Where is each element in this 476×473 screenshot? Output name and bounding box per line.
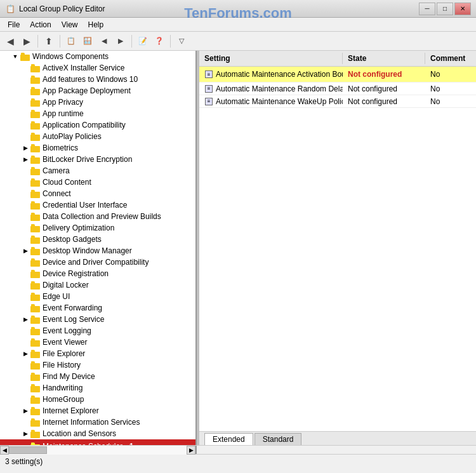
tree-item-iis[interactable]: Internet Information Services [0,416,195,428]
toolbar-separator-2 [60,35,60,48]
setting-text-1: Automatic Maintenance Activation Boundar… [216,70,343,79]
tree-item-eventviewer[interactable]: Event Viewer [0,336,195,348]
hscroll-track[interactable] [9,446,187,455]
tree-item-eventlogging[interactable]: Event Logging [0,325,195,336]
title-bar-text: Local Group Policy Editor [19,4,419,13]
up-button[interactable]: ⬆ [41,34,56,49]
setting-text-3: Automatic Maintenance WakeUp Policy [216,97,343,106]
tree-item-locationsensors[interactable]: ▶ Location and Sensors [0,428,195,439]
tree-item-devicedriver[interactable]: Device and Driver Compatibility [0,256,195,268]
folder-icon-14 [30,213,41,221]
expand-ie[interactable]: ▶ [20,406,30,416]
tree-item-addfeatures[interactable]: Add features to Windows 10 [0,74,195,85]
menu-view[interactable]: View [56,19,83,30]
tree-item-handwriting[interactable]: Handwriting [0,382,195,394]
tree-item-camera[interactable]: Camera [0,165,195,177]
menu-file[interactable]: File [3,19,25,30]
main-content: ▼ Windows Components ActiveX Installer S… [0,51,476,445]
tree-item-appcompat[interactable]: Application Compatibility [0,119,195,131]
tab-extended[interactable]: Extended [204,433,253,445]
tab-standard[interactable]: Standard [255,433,302,445]
label-apppackage: App Package Deployment [43,86,131,95]
tree-item-datacollection[interactable]: Data Collection and Preview Builds [0,211,195,222]
folder-icon-29 [30,384,41,392]
folder-icon-9 [30,156,41,164]
menu-help[interactable]: Help [83,19,109,30]
menu-bar: File Action View Help [0,18,476,32]
col-setting[interactable]: Setting [199,53,343,64]
tree-item-activex[interactable]: ActiveX Installer Service [0,62,195,74]
label-activex: ActiveX Installer Service [43,63,124,72]
hscroll-thumb[interactable] [9,446,47,454]
expand-eventlog[interactable]: ▶ [20,314,30,324]
minimize-button[interactable]: ─ [419,3,435,15]
expand-fileexplorer[interactable]: ▶ [20,349,30,359]
forward-button[interactable]: ▶ [19,34,34,49]
folder-icon-24 [30,327,41,335]
folder-icon-25 [30,338,41,347]
properties-button[interactable]: 📝 [135,34,150,49]
list-row-3[interactable]: ≡ Automatic Maintenance WakeUp Policy No… [199,95,476,108]
menu-action[interactable]: Action [25,19,56,30]
tree-item-autoplay[interactable]: AutoPlay Policies [0,131,195,142]
tree-item-filehistory[interactable]: File History [0,359,195,371]
tree-item-eventlog[interactable]: ▶ Event Log Service [0,314,195,325]
tree-item-desktopgadgets[interactable]: Desktop Gadgets [0,234,195,245]
tree-item-cloud[interactable]: Cloud Content [0,177,195,188]
maximize-button[interactable]: □ [437,3,453,15]
tree-item-digitallocker[interactable]: Digital Locker [0,279,195,291]
label-appruntime: App runtime [43,109,84,118]
cell-comment-2: No [425,83,476,95]
expand-biometrics[interactable]: ▶ [20,143,30,153]
folder-icon-12 [30,190,41,198]
help-button[interactable]: ❓ [152,34,167,49]
tree-item-internetexplorer[interactable]: ▶ Internet Explorer [0,405,195,416]
tree-item-devicereg[interactable]: Device Registration [0,268,195,279]
tree-item-fileexplorer[interactable]: ▶ File Explorer [0,348,195,359]
tree-item-eventfwd[interactable]: Event Forwarding [0,302,195,314]
filter-button[interactable]: ▽ [174,34,189,49]
tree-item-appruntime[interactable]: App runtime [0,108,195,119]
show-hide-console-button[interactable]: 📋 [63,34,79,49]
forward-btn2[interactable]: ▶ [113,34,128,49]
title-bar: 📋 Local Group Policy Editor ─ □ ✕ [0,0,476,18]
folder-icon-30 [30,396,41,404]
tree-item-bitlocker[interactable]: ▶ BitLocker Drive Encryption [0,154,195,165]
tree-item-connect[interactable]: Connect [0,188,195,199]
list-header: Setting State Comment [199,51,476,67]
expand-bitlocker[interactable]: ▶ [20,154,30,164]
back-btn2[interactable]: ◀ [96,34,112,49]
folder-icon-17 [30,247,41,255]
label-cloud: Cloud Content [43,178,91,187]
tree-item-delivery[interactable]: Delivery Optimization [0,222,195,234]
list-row-1[interactable]: ≡ Automatic Maintenance Activation Bound… [199,67,476,83]
folder-icon-27 [30,361,41,370]
expand-desktopwm[interactable]: ▶ [20,246,30,256]
hscroll-right[interactable]: ▶ [187,446,195,455]
tree-panel[interactable]: ▼ Windows Components ActiveX Installer S… [0,51,197,445]
tree-item-edgeui[interactable]: Edge UI [0,291,195,302]
label-maintenance: Maintenance Scheduler [43,442,122,445]
toolbar-separator-4 [170,35,171,48]
tree-item-homegroup[interactable]: HomeGroup [0,394,195,405]
tree-item-findmydevice[interactable]: Find My Device [0,371,195,382]
tree-item-biometrics[interactable]: ▶ Biometrics [0,142,195,154]
col-comment[interactable]: Comment [425,53,476,64]
expand-location[interactable]: ▶ [20,429,30,439]
label-locationsensors: Location and Sensors [43,429,116,438]
tree-item-maintenance-selected[interactable]: Maintenance Scheduler 1 [0,439,195,445]
tree-item-desktopwm[interactable]: ▶ Desktop Window Manager [0,245,195,256]
back-button[interactable]: ◀ [3,34,18,49]
tree-root-item[interactable]: ▼ Windows Components [0,51,195,62]
new-window-button[interactable]: 🪟 [80,34,95,49]
hscroll-left[interactable]: ◀ [0,446,9,455]
col-state[interactable]: State [343,53,425,64]
label-appcompat: Application Compatibility [43,121,126,130]
label-homegroup: HomeGroup [43,395,84,404]
close-button[interactable]: ✕ [454,3,471,15]
collapse-icon[interactable]: ▼ [10,51,20,62]
list-row-2[interactable]: ≡ Automatic Maintenance Random Delay Not… [199,83,476,95]
tree-item-appprivacy[interactable]: App Privacy [0,97,195,108]
tree-item-apppackage[interactable]: App Package Deployment [0,85,195,97]
tree-item-credential[interactable]: Credential User Interface [0,199,195,211]
